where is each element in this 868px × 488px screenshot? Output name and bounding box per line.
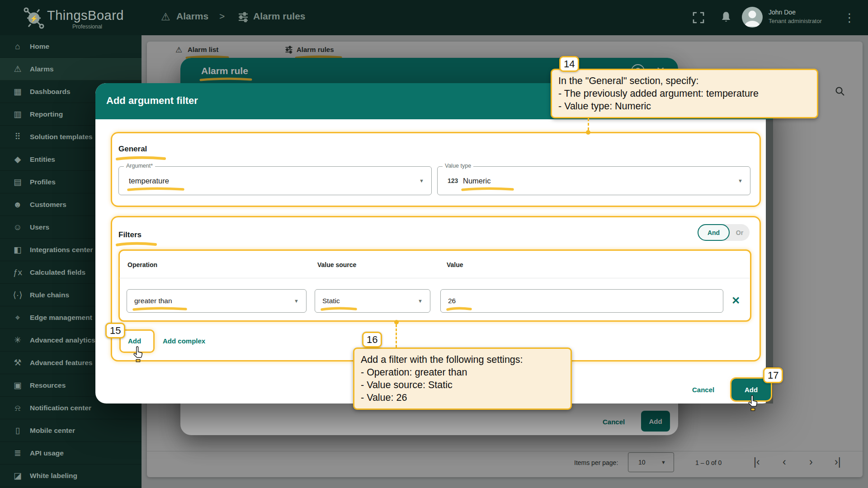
hand-cursor-icon bbox=[746, 395, 760, 411]
value-type-label: Value type bbox=[443, 163, 473, 169]
sidebar-item-white-labeling[interactable]: ◪ White labeling bbox=[0, 465, 142, 487]
resources-icon: ▣ bbox=[11, 380, 24, 390]
advanced-features-icon: ⚒ bbox=[11, 357, 24, 368]
callout14-connector-line bbox=[588, 118, 589, 130]
and-toggle-option[interactable]: And bbox=[698, 224, 730, 241]
value-swoosh bbox=[446, 306, 472, 311]
profiles-icon: ▤ bbox=[11, 177, 24, 187]
step-badge-16: 16 bbox=[362, 332, 382, 347]
remove-filter-icon[interactable]: ✕ bbox=[731, 295, 740, 307]
add-complex-filter-button[interactable]: Add complex bbox=[163, 337, 205, 345]
breadcrumb-separator: > bbox=[219, 11, 225, 22]
dialog-scrollbar[interactable] bbox=[766, 119, 773, 404]
value-type-select[interactable]: Value type 123 Numeric ▼ bbox=[437, 166, 750, 195]
value-type-swoosh bbox=[461, 187, 514, 192]
entities-icon: ◆ bbox=[11, 154, 24, 164]
callout14-connector-dot bbox=[586, 130, 590, 135]
avatar-person-icon bbox=[742, 7, 763, 28]
operation-value: greater than bbox=[134, 297, 172, 305]
step-badge-14: 14 bbox=[559, 56, 579, 72]
users-icon: ☺ bbox=[11, 222, 24, 232]
chevron-down-icon: ▼ bbox=[738, 178, 743, 183]
calculated-fields-icon: ƒx bbox=[11, 267, 24, 277]
sidebar-item-api-usage[interactable]: ≣ API usage bbox=[0, 442, 142, 465]
operation-column-header: Operation bbox=[127, 261, 157, 268]
callout16-line1: Add a filter with the following settings… bbox=[361, 353, 564, 366]
alarms-breadcrumb-warning-icon: ⚠ bbox=[161, 11, 170, 23]
customers-icon: ☻ bbox=[11, 200, 24, 210]
cancel-button[interactable]: Cancel bbox=[692, 386, 714, 394]
callout14-line1: In the "General" section, specify: bbox=[558, 75, 811, 87]
kebab-menu-icon[interactable]: ⋮ bbox=[844, 11, 855, 25]
hand-cursor-icon bbox=[132, 346, 145, 362]
argument-select[interactable]: Argument* temperature ▼ bbox=[118, 166, 432, 195]
advanced-analytics-icon: ✳ bbox=[11, 335, 24, 345]
add-filter-button[interactable]: Add bbox=[128, 337, 141, 345]
or-toggle-option[interactable]: Or bbox=[730, 224, 750, 241]
sidebar-item-alarms[interactable]: ⚠ Alarms bbox=[0, 58, 142, 80]
integrations-center-icon: ◧ bbox=[11, 244, 24, 255]
breadcrumb-alarms[interactable]: Alarms bbox=[176, 11, 208, 22]
callout16-line2: - Operation: greater than bbox=[361, 366, 564, 379]
callout16-connector-dot bbox=[394, 320, 399, 324]
screen: ⚡ ThingsBoard Professional ⚠ Alarms > Al… bbox=[0, 0, 868, 488]
and-or-toggle: And Or bbox=[698, 224, 750, 241]
value-type-value: Numeric bbox=[463, 177, 491, 185]
value-source-column-header: Value source bbox=[317, 261, 356, 268]
notification-center-icon: ⍾ bbox=[11, 403, 24, 413]
fullscreen-icon[interactable] bbox=[693, 12, 704, 23]
topbar: ⚡ ThingsBoard Professional ⚠ Alarms > Al… bbox=[0, 0, 868, 35]
logo-subtitle: Professional bbox=[72, 23, 102, 30]
avatar[interactable] bbox=[742, 7, 763, 28]
rule-chains-icon: ⟨·⟩ bbox=[11, 290, 24, 300]
callout14-line3: - Value type: Numeric bbox=[558, 100, 811, 113]
argument-value-swoosh bbox=[127, 187, 185, 192]
alarms-icon: ⚠ bbox=[11, 64, 24, 74]
value-column-header: Value bbox=[447, 261, 463, 268]
reporting-icon: ▥ bbox=[11, 109, 24, 119]
dashboards-icon: ▦ bbox=[11, 86, 24, 97]
white-labeling-icon: ◪ bbox=[11, 470, 24, 481]
solution-templates-icon: ⠿ bbox=[11, 131, 24, 142]
chevron-down-icon: ▼ bbox=[419, 178, 424, 183]
svg-text:⚡: ⚡ bbox=[30, 15, 38, 23]
step-badge-15: 15 bbox=[105, 323, 125, 338]
value-source-select[interactable]: Static ▼ bbox=[315, 289, 430, 313]
step-badge-17: 17 bbox=[763, 367, 783, 383]
logo-title: ThingsBoard bbox=[47, 8, 124, 23]
callout-step-14: In the "General" section, specify: - The… bbox=[551, 69, 818, 118]
sidebar-item-home[interactable]: ⌂ Home bbox=[0, 35, 142, 58]
filters-section-heading: Filters bbox=[118, 230, 142, 239]
edge-management-icon: ⌖ bbox=[11, 313, 24, 323]
user-role: Tenant administrator bbox=[769, 18, 822, 24]
callout16-connector-line bbox=[396, 324, 397, 347]
dialog-title: Add argument filter bbox=[106, 95, 198, 107]
user-name: John Doe bbox=[769, 9, 796, 16]
argument-value: temperature bbox=[129, 177, 169, 185]
sidebar-item-mobile-center[interactable]: ▯ Mobile center bbox=[0, 419, 142, 442]
breadcrumb-alarm-rules: Alarm rules bbox=[253, 11, 306, 22]
tune-icon bbox=[238, 12, 249, 23]
notifications-bell-icon[interactable] bbox=[720, 11, 732, 23]
operation-select[interactable]: greater than ▼ bbox=[127, 289, 307, 313]
chevron-down-icon: ▼ bbox=[418, 298, 423, 304]
value-source-swoosh bbox=[321, 306, 358, 311]
callout16-line3: - Value source: Static bbox=[361, 379, 564, 391]
callout16-line4: - Value: 26 bbox=[361, 391, 564, 404]
thingsboard-logo-icon: ⚡ bbox=[22, 5, 45, 30]
general-section-heading: General bbox=[118, 145, 147, 154]
operation-swoosh bbox=[132, 306, 188, 311]
argument-label: Argument* bbox=[124, 163, 155, 169]
api-usage-icon: ≣ bbox=[11, 448, 24, 458]
home-icon: ⌂ bbox=[11, 42, 24, 52]
add-argument-filter-dialog: Add argument filter General Argument* te… bbox=[95, 83, 773, 404]
chevron-down-icon: ▼ bbox=[294, 298, 299, 304]
mobile-center-icon: ▯ bbox=[11, 425, 24, 436]
numeric-123-icon: 123 bbox=[448, 177, 458, 184]
value-source-value: Static bbox=[322, 297, 340, 305]
value-input[interactable]: 26 bbox=[440, 289, 723, 313]
filter-table-divider bbox=[119, 278, 750, 278]
callout14-line2: - The previously added argument: tempera… bbox=[558, 87, 811, 100]
value-input-value: 26 bbox=[448, 297, 456, 305]
callout-step-16: Add a filter with the following settings… bbox=[353, 347, 572, 410]
